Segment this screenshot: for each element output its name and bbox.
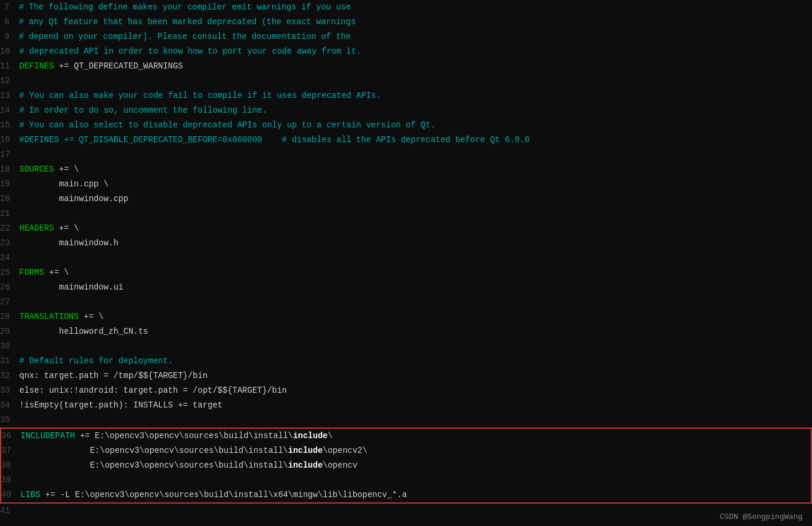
code-line: 20 mainwindow.cpp <box>0 192 812 206</box>
line-number: 10 <box>0 44 19 59</box>
code-line: 17 <box>0 147 812 162</box>
line-number: 26 <box>0 280 19 295</box>
code-line: 24 <box>0 251 812 265</box>
code-line: 40LIBS += -L E:\opencv3\opencv\sources\b… <box>1 488 811 502</box>
line-content: # Default rules for deployment. <box>19 354 807 369</box>
code-line: 21 <box>0 206 812 221</box>
line-content: E:\opencv3\opencv\sources\build\install\… <box>21 458 806 473</box>
code-line: 9# depend on your compiler). Please cons… <box>0 29 812 44</box>
code-line: 35 <box>0 413 812 428</box>
line-number: 11 <box>0 59 19 74</box>
code-line: 41 <box>0 504 812 518</box>
line-number: 32 <box>0 369 19 383</box>
line-number: 18 <box>0 162 19 177</box>
code-line: 15# You can also select to disable depre… <box>0 118 812 133</box>
code-line: 23 mainwindow.h <box>0 236 812 251</box>
code-line: 39 <box>1 473 811 488</box>
line-number: 30 <box>0 339 19 354</box>
line-content: main.cpp \ <box>19 177 807 192</box>
line-content: E:\opencv3\opencv\sources\build\install\… <box>21 443 806 458</box>
line-number: 15 <box>0 118 19 133</box>
line-number: 39 <box>1 473 21 488</box>
line-content: INCLUDEPATH += E:\opencv3\opencv\sources… <box>21 429 806 443</box>
line-number: 29 <box>0 324 19 339</box>
code-line: 8# any Qt feature that has been marked d… <box>0 15 812 29</box>
code-line: 30 <box>0 339 812 354</box>
line-content: # deprecated API in order to know how to… <box>19 44 807 59</box>
line-number: 27 <box>0 295 19 310</box>
code-line: 18SOURCES += \ <box>0 162 812 177</box>
code-line: 12 <box>0 74 812 88</box>
line-number: 35 <box>0 413 19 428</box>
line-content: LIBS += -L E:\opencv3\opencv\sources\bui… <box>21 488 806 502</box>
line-content: SOURCES += \ <box>19 162 807 177</box>
line-content: # any Qt feature that has been marked de… <box>19 15 807 29</box>
code-line: 28TRANSLATIONS += \ <box>0 310 812 324</box>
line-number: 16 <box>0 133 19 147</box>
line-content: FORMS += \ <box>19 265 807 280</box>
code-line: 32qnx: target.path = /tmp/$${TARGET}/bin <box>0 369 812 383</box>
line-number: 40 <box>1 488 21 502</box>
code-line: 37 E:\opencv3\opencv\sources\build\insta… <box>1 443 811 458</box>
watermark: CSDN @SongpingWang <box>720 512 803 521</box>
code-line: 29 helloword_zh_CN.ts <box>0 324 812 339</box>
line-number: 28 <box>0 310 19 324</box>
code-line: 25FORMS += \ <box>0 265 812 280</box>
line-number: 31 <box>0 354 19 369</box>
code-line: 13# You can also make your code fail to … <box>0 88 812 103</box>
code-line: 16#DEFINES += QT_DISABLE_DEPRECATED_BEFO… <box>0 133 812 147</box>
line-number: 24 <box>0 251 19 265</box>
line-number: 12 <box>0 74 19 88</box>
line-number: 25 <box>0 265 19 280</box>
line-number: 23 <box>0 236 19 251</box>
code-line: 27 <box>0 295 812 310</box>
line-content: # The following define makes your compil… <box>19 0 807 15</box>
code-line: 19 main.cpp \ <box>0 177 812 192</box>
line-number: 22 <box>0 221 19 236</box>
code-line: 10# deprecated API in order to know how … <box>0 44 812 59</box>
code-line: 11DEFINES += QT_DEPRECATED_WARNINGS <box>0 59 812 74</box>
line-number: 21 <box>0 206 19 221</box>
code-line: 14# In order to do so, uncomment the fol… <box>0 103 812 118</box>
code-editor: 7# The following define makes your compi… <box>0 0 812 518</box>
code-line: 26 mainwindow.ui <box>0 280 812 295</box>
line-number: 17 <box>0 147 19 162</box>
line-number: 38 <box>1 458 21 473</box>
line-number: 13 <box>0 88 19 103</box>
line-content: # You can also make your code fail to co… <box>19 88 807 103</box>
code-line: 31# Default rules for deployment. <box>0 354 812 369</box>
line-content: else: unix:!android: target.path = /opt/… <box>19 383 807 398</box>
line-content: # depend on your compiler). Please consu… <box>19 29 807 44</box>
line-content: TRANSLATIONS += \ <box>19 310 807 324</box>
line-content: mainwindow.cpp <box>19 192 807 206</box>
line-content: helloword_zh_CN.ts <box>19 324 807 339</box>
line-number: 37 <box>1 443 21 458</box>
line-content: mainwindow.ui <box>19 280 807 295</box>
line-content: # In order to do so, uncomment the follo… <box>19 103 807 118</box>
line-number: 34 <box>0 398 19 413</box>
line-number: 41 <box>0 504 19 518</box>
line-number: 33 <box>0 383 19 398</box>
line-number: 7 <box>0 0 19 15</box>
line-content: !isEmpty(target.path): INSTALLS += targe… <box>19 398 807 413</box>
line-content: #DEFINES += QT_DISABLE_DEPRECATED_BEFORE… <box>19 133 807 147</box>
highlight-box: 36INCLUDEPATH += E:\opencv3\opencv\sourc… <box>0 428 812 504</box>
line-content: DEFINES += QT_DEPRECATED_WARNINGS <box>19 59 807 74</box>
code-line: 22HEADERS += \ <box>0 221 812 236</box>
line-number: 36 <box>1 429 21 443</box>
line-content: # You can also select to disable depreca… <box>19 118 807 133</box>
code-line: 34!isEmpty(target.path): INSTALLS += tar… <box>0 398 812 413</box>
code-line: 36INCLUDEPATH += E:\opencv3\opencv\sourc… <box>1 429 811 443</box>
line-content: HEADERS += \ <box>19 221 807 236</box>
code-line: 38 E:\opencv3\opencv\sources\build\insta… <box>1 458 811 473</box>
code-line: 7# The following define makes your compi… <box>0 0 812 15</box>
line-number: 19 <box>0 177 19 192</box>
line-content: qnx: target.path = /tmp/$${TARGET}/bin <box>19 369 807 383</box>
line-number: 14 <box>0 103 19 118</box>
code-line: 33else: unix:!android: target.path = /op… <box>0 383 812 398</box>
line-content: mainwindow.h <box>19 236 807 251</box>
line-number: 9 <box>0 29 19 44</box>
line-number: 20 <box>0 192 19 206</box>
line-number: 8 <box>0 15 19 29</box>
